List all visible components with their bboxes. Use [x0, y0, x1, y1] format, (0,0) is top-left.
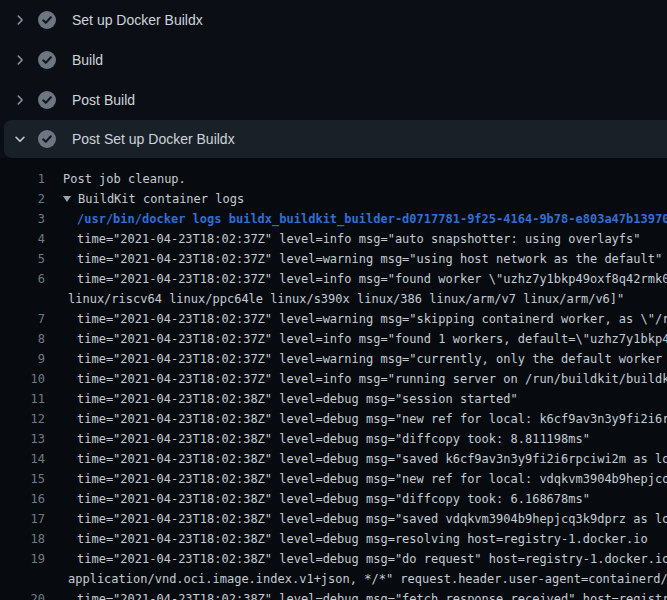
log-line[interactable]: 12time="2021-04-23T18:02:38Z" level=debu… — [0, 409, 667, 429]
line-number[interactable]: 13 — [0, 429, 45, 449]
chevron-right-icon[interactable] — [10, 52, 30, 68]
log-text: time="2021-04-23T18:02:37Z" level=info m… — [63, 269, 667, 289]
log-text: time="2021-04-23T18:02:37Z" level=warnin… — [63, 309, 667, 329]
log-text: time="2021-04-23T18:02:38Z" level=debug … — [63, 449, 667, 469]
log-text: time="2021-04-23T18:02:38Z" level=debug … — [63, 409, 667, 429]
line-number[interactable]: 16 — [0, 489, 45, 509]
line-number[interactable]: 9 — [0, 349, 45, 369]
line-number[interactable]: 18 — [0, 529, 45, 549]
line-number[interactable]: 5 — [0, 249, 45, 269]
step-label: Post Build — [72, 92, 135, 108]
line-number[interactable]: 6 — [0, 269, 45, 289]
log-text: linux/riscv64 linux/ppc64le linux/s390x … — [63, 289, 667, 309]
log-text: time="2021-04-23T18:02:37Z" level=warnin… — [63, 249, 667, 269]
line-number[interactable]: 8 — [0, 329, 45, 349]
chevron-right-icon[interactable] — [10, 92, 30, 108]
line-number[interactable]: 11 — [0, 389, 45, 409]
line-number[interactable]: 12 — [0, 409, 45, 429]
log-text: Post job cleanup. — [63, 169, 667, 189]
command-text: /usr/bin/docker logs buildx_buildkit_bui… — [63, 209, 667, 229]
step-row-build[interactable]: Build — [0, 40, 667, 80]
log-line[interactable]: 6time="2021-04-23T18:02:37Z" level=info … — [0, 269, 667, 289]
log-line[interactable]: 16time="2021-04-23T18:02:38Z" level=debu… — [0, 489, 667, 509]
log-line[interactable]: 20time="2021-04-23T18:02:38Z" level=debu… — [0, 589, 667, 600]
check-circle-icon — [38, 130, 56, 148]
log-text: time="2021-04-23T18:02:38Z" level=debug … — [63, 549, 667, 569]
log-line[interactable]: 14time="2021-04-23T18:02:38Z" level=debu… — [0, 449, 667, 469]
check-circle-icon — [38, 91, 56, 109]
log-line[interactable]: 13time="2021-04-23T18:02:38Z" level=debu… — [0, 429, 667, 449]
log-text: time="2021-04-23T18:02:38Z" level=debug … — [63, 529, 667, 549]
check-circle-icon — [38, 51, 56, 69]
log-text: time="2021-04-23T18:02:38Z" level=debug … — [63, 469, 667, 489]
log-line[interactable]: 8time="2021-04-23T18:02:37Z" level=info … — [0, 329, 667, 349]
log-line[interactable]: 4time="2021-04-23T18:02:37Z" level=info … — [0, 229, 667, 249]
log-text: time="2021-04-23T18:02:38Z" level=debug … — [63, 489, 667, 509]
log-text: time="2021-04-23T18:02:37Z" level=info m… — [63, 369, 667, 389]
log-line[interactable]: 17time="2021-04-23T18:02:38Z" level=debu… — [0, 509, 667, 529]
log-line[interactable]: 11time="2021-04-23T18:02:38Z" level=debu… — [0, 389, 667, 409]
log-text: time="2021-04-23T18:02:38Z" level=debug … — [63, 589, 667, 600]
log-line[interactable]: 19time="2021-04-23T18:02:38Z" level=debu… — [0, 549, 667, 569]
line-number[interactable]: 1 — [0, 169, 45, 189]
log-text: time="2021-04-23T18:02:38Z" level=debug … — [63, 429, 667, 449]
line-number[interactable]: 4 — [0, 229, 45, 249]
steps-list: Set up Docker BuildxBuildPost BuildPost … — [0, 0, 667, 158]
log-text: time="2021-04-23T18:02:37Z" level=info m… — [63, 229, 667, 249]
log-text: BuildKit container logs — [63, 189, 667, 209]
step-row-post-build[interactable]: Post Build — [0, 80, 667, 120]
group-label: BuildKit container logs — [78, 192, 244, 206]
log-line[interactable]: 7time="2021-04-23T18:02:37Z" level=warni… — [0, 309, 667, 329]
line-number[interactable]: 7 — [0, 309, 45, 329]
log-line[interactable]: 15time="2021-04-23T18:02:38Z" level=debu… — [0, 469, 667, 489]
step-label: Set up Docker Buildx — [72, 12, 203, 28]
log-line[interactable]: 18time="2021-04-23T18:02:38Z" level=debu… — [0, 529, 667, 549]
line-number[interactable]: 2 — [0, 189, 45, 209]
log-text: time="2021-04-23T18:02:37Z" level=info m… — [63, 329, 667, 349]
log-line[interactable]: 2BuildKit container logs — [0, 189, 667, 209]
log-line[interactable]: 1Post job cleanup. — [0, 169, 667, 189]
step-row-set-up-docker-buildx[interactable]: Set up Docker Buildx — [0, 0, 667, 40]
log-line[interactable]: 3/usr/bin/docker logs buildx_buildkit_bu… — [0, 209, 667, 229]
step-row-post-set-up-docker-buildx[interactable]: Post Set up Docker Buildx — [4, 120, 667, 158]
chevron-right-icon[interactable] — [10, 12, 30, 28]
group-toggle-triangle-down-icon[interactable] — [63, 196, 71, 202]
log-line[interactable]: 10time="2021-04-23T18:02:37Z" level=info… — [0, 369, 667, 389]
log-text: time="2021-04-23T18:02:38Z" level=debug … — [63, 389, 667, 409]
line-number — [0, 289, 45, 309]
log-text: time="2021-04-23T18:02:37Z" level=warnin… — [63, 349, 667, 369]
line-number — [0, 569, 45, 589]
line-number[interactable]: 3 — [0, 209, 45, 229]
log-text: application/vnd.oci.image.index.v1+json,… — [63, 569, 667, 589]
line-number[interactable]: 20 — [0, 589, 45, 600]
line-number[interactable]: 17 — [0, 509, 45, 529]
step-label: Build — [72, 52, 103, 68]
log-line[interactable]: application/vnd.oci.image.index.v1+json,… — [0, 569, 667, 589]
check-circle-icon — [38, 11, 56, 29]
log-line[interactable]: 5time="2021-04-23T18:02:37Z" level=warni… — [0, 249, 667, 269]
log-text: time="2021-04-23T18:02:38Z" level=debug … — [63, 509, 667, 529]
chevron-down-icon[interactable] — [10, 131, 30, 147]
line-number[interactable]: 14 — [0, 449, 45, 469]
log-line[interactable]: 9time="2021-04-23T18:02:37Z" level=warni… — [0, 349, 667, 369]
line-number[interactable]: 19 — [0, 549, 45, 569]
line-number[interactable]: 10 — [0, 369, 45, 389]
log-panel: 1Post job cleanup.2BuildKit container lo… — [0, 158, 667, 600]
step-label: Post Set up Docker Buildx — [72, 131, 235, 147]
line-number[interactable]: 15 — [0, 469, 45, 489]
log-line[interactable]: linux/riscv64 linux/ppc64le linux/s390x … — [0, 289, 667, 309]
